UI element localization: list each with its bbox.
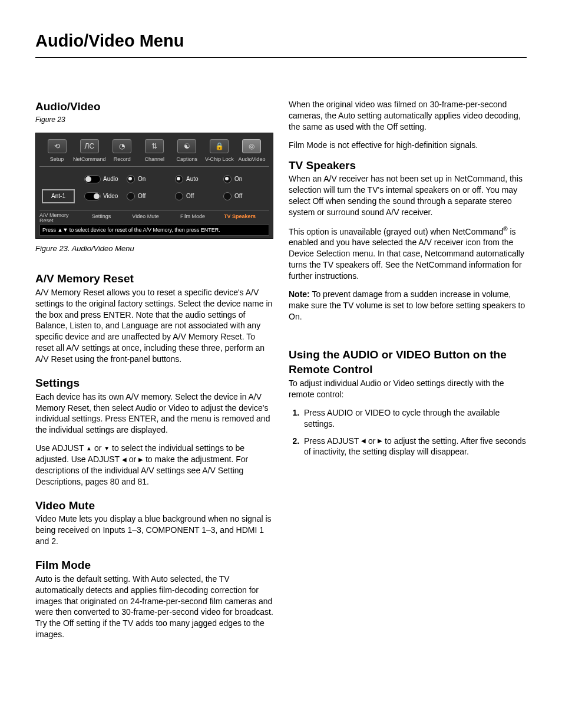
para-tv-speakers-1: When an A/V receiver has not been set up… bbox=[289, 173, 527, 218]
label-videomute: Video Mute bbox=[122, 213, 169, 224]
radio-vm-off[interactable]: Off bbox=[127, 192, 174, 200]
label-filmmode: Film Mode bbox=[169, 213, 216, 224]
para-note: Note: To prevent damage from a sudden in… bbox=[289, 289, 527, 322]
title-rule bbox=[35, 57, 527, 58]
page-title: Audio/Video Menu bbox=[35, 29, 527, 52]
label-tvspeakers: TV Speakers bbox=[216, 213, 263, 224]
radio-sp-off[interactable]: Off bbox=[223, 192, 270, 200]
radio-vm-on[interactable]: On bbox=[127, 175, 174, 183]
para-tv-speakers-2: This option is unavailable (grayed out) … bbox=[289, 225, 527, 282]
para-memory-reset: A/V Memory Reset allows you to reset a s… bbox=[35, 287, 273, 365]
label-memory: A/V Memory Reset bbox=[39, 213, 81, 224]
heading-remote: Using the AUDIO or VIDEO Button on the R… bbox=[289, 347, 527, 377]
para-video-mute: Video Mute lets you display a blue backg… bbox=[35, 513, 273, 547]
note-label: Note: bbox=[289, 289, 310, 299]
section-memory-reset: A/V Memory Reset A/V Memory Reset allows… bbox=[35, 271, 273, 365]
device-ant1[interactable]: Ant-1 bbox=[42, 189, 75, 203]
tab-vchip[interactable]: 🔒V-Chip Lock bbox=[203, 139, 236, 163]
left-column: Audio/Video Figure 23 ⟲Setup ЛСNetComman… bbox=[35, 99, 273, 651]
heading-memory-reset: A/V Memory Reset bbox=[35, 271, 273, 286]
registered-icon: ® bbox=[503, 226, 507, 232]
figure-ref: Figure 23 bbox=[35, 115, 273, 124]
para-film-mode-3: Film Mode is not effective for high-defi… bbox=[289, 140, 527, 151]
menu-tab-row: ⟲Setup ЛСNetCommand ◔Record ⇅Channel ☯Ca… bbox=[39, 137, 269, 167]
section-film-mode: Film Mode Auto is the default setting. W… bbox=[35, 558, 273, 640]
triangle-right-icon: ▶ bbox=[138, 456, 143, 464]
tab-record[interactable]: ◔Record bbox=[106, 139, 138, 163]
triangle-down-icon: ▼ bbox=[104, 444, 110, 453]
para-remote: To adjust individual Audio or Video sett… bbox=[289, 378, 527, 400]
slider-video[interactable]: Video bbox=[84, 192, 125, 200]
radio-fm-off[interactable]: Off bbox=[175, 192, 222, 200]
remote-steps: Press AUDIO or VIDEO to cycle through th… bbox=[289, 407, 527, 458]
tab-netcommand[interactable]: ЛСNetCommand bbox=[73, 139, 106, 163]
figure-av-menu: ⟲Setup ЛСNetCommand ◔Record ⇅Channel ☯Ca… bbox=[35, 133, 273, 239]
remote-step-1: Press AUDIO or VIDEO to cycle through th… bbox=[302, 407, 527, 430]
section-tv-speakers: TV Speakers When an A/V receiver has not… bbox=[289, 158, 527, 322]
menu-labels: A/V Memory Reset Settings Video Mute Fil… bbox=[39, 210, 269, 224]
triangle-left-icon: ◀ bbox=[361, 437, 366, 445]
tab-setup[interactable]: ⟲Setup bbox=[41, 139, 73, 163]
triangle-up-icon: ▲ bbox=[86, 444, 92, 453]
label-settings: Settings bbox=[81, 213, 122, 224]
radio-sp-on[interactable]: On bbox=[223, 175, 270, 183]
section-settings: Settings Each device has its own A/V mem… bbox=[35, 375, 273, 487]
heading-audio-video: Audio/Video bbox=[35, 99, 273, 114]
tab-captions[interactable]: ☯Captions bbox=[171, 139, 203, 163]
figure-caption: Figure 23. Audio/Video Menu bbox=[35, 243, 273, 254]
tab-channel[interactable]: ⇅Channel bbox=[138, 139, 171, 163]
heading-tv-speakers: TV Speakers bbox=[289, 158, 527, 173]
section-audio-video: Audio/Video Figure 23 ⟲Setup ЛСNetComman… bbox=[35, 99, 273, 253]
heading-settings: Settings bbox=[35, 375, 273, 391]
section-remote: Using the AUDIO or VIDEO Button on the R… bbox=[289, 347, 527, 458]
columns: Audio/Video Figure 23 ⟲Setup ЛСNetComman… bbox=[35, 99, 527, 651]
menu-body: Audio On Auto On Ant-1 Video Off Off Off bbox=[39, 172, 269, 207]
menu-hint: Press ▲▼ to select device for reset of t… bbox=[39, 225, 269, 235]
para-settings-1: Each device has its own A/V memory. Sele… bbox=[35, 391, 273, 436]
heading-film-mode: Film Mode bbox=[35, 558, 273, 573]
para-film-mode: Auto is the default setting. With Auto s… bbox=[35, 574, 273, 640]
heading-video-mute: Video Mute bbox=[35, 498, 273, 513]
radio-fm-auto[interactable]: Auto bbox=[175, 175, 222, 183]
section-video-mute: Video Mute Video Mute lets you display a… bbox=[35, 498, 273, 547]
triangle-left-icon: ◀ bbox=[122, 456, 127, 464]
remote-step-2: Press ADJUST ◀ or ▶ to adjust the settin… bbox=[302, 436, 527, 458]
slider-audio[interactable]: Audio bbox=[84, 175, 125, 183]
tab-audiovideo[interactable]: ◎AudioVideo bbox=[236, 139, 268, 163]
right-column: When the original video was filmed on 30… bbox=[289, 99, 527, 651]
para-settings-2: Use ADJUST ▲ or ▼ to select the individu… bbox=[35, 443, 273, 487]
para-film-mode-2: When the original video was filmed on 30… bbox=[289, 99, 527, 133]
